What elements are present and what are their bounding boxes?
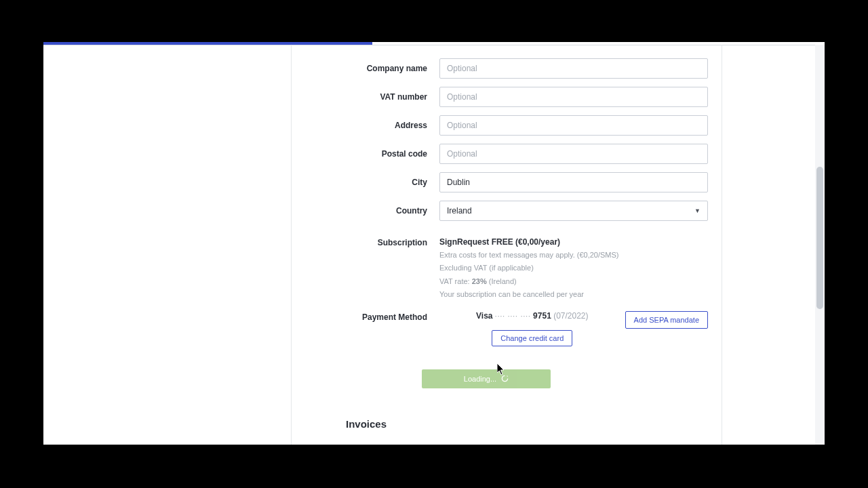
city-label: City [292, 178, 439, 187]
subscription-vat-excl: Excluding VAT (if applicable) [439, 263, 708, 272]
app-viewport: Company name VAT number Address Postal c… [43, 42, 825, 445]
spinner-icon [501, 375, 509, 384]
save-loading-button[interactable]: Loading... [422, 369, 551, 388]
card-masked-icon: ···· ···· ···· [495, 312, 531, 320]
payment-method-row: Payment Method Visa ···· ···· ···· 9751 … [292, 311, 722, 346]
postal-code-input[interactable] [439, 144, 708, 164]
vertical-scrollbar[interactable] [815, 45, 825, 445]
change-credit-card-button[interactable]: Change credit card [492, 330, 572, 346]
vat-number-label: VAT number [292, 92, 439, 102]
subscription-title: SignRequest FREE (€0,00/year) [439, 237, 708, 247]
subscription-label: Subscription [292, 237, 439, 299]
address-input[interactable] [439, 115, 708, 136]
subscription-vat-rate: VAT rate: 23% (Ireland) [439, 277, 708, 286]
card-summary: Visa ···· ···· ···· 9751 (07/2022) [439, 311, 625, 321]
address-row: Address [292, 115, 722, 136]
add-sepa-mandate-button[interactable]: Add SEPA mandate [625, 311, 708, 329]
company-name-row: Company name [292, 58, 722, 79]
vat-number-row: VAT number [292, 87, 722, 107]
city-row: City [292, 172, 722, 192]
country-value: Ireland [447, 206, 472, 216]
city-input[interactable] [439, 172, 708, 192]
vat-rate-suffix: (Ireland) [487, 277, 517, 285]
subscription-cancel-note: Your subscription can be cancelled per y… [439, 289, 708, 299]
card-last4: 9751 [533, 311, 551, 321]
subscription-row: Subscription SignRequest FREE (€0,00/yea… [292, 237, 722, 299]
card-expiry: (07/2022) [553, 311, 588, 321]
company-name-input[interactable] [439, 58, 708, 79]
scrollbar-thumb[interactable] [816, 167, 823, 309]
vat-rate-pct: 23% [472, 277, 487, 285]
payment-method-label: Payment Method [292, 311, 439, 346]
card-brand: Visa [476, 311, 492, 321]
address-label: Address [292, 121, 439, 130]
country-select[interactable]: Ireland ▼ [439, 201, 708, 221]
postal-code-row: Postal code [292, 144, 722, 164]
billing-panel: Company name VAT number Address Postal c… [291, 45, 722, 445]
country-row: Country Ireland ▼ [292, 201, 722, 221]
company-name-label: Company name [292, 64, 439, 73]
subscription-extra-costs: Extra costs for text messages may apply.… [439, 250, 708, 260]
vat-rate-prefix: VAT rate: [439, 277, 472, 285]
postal-code-label: Postal code [292, 149, 439, 159]
vat-number-input[interactable] [439, 87, 708, 107]
loading-label: Loading... [464, 375, 496, 383]
country-label: Country [292, 206, 439, 216]
invoices-heading: Invoices [346, 418, 722, 430]
chevron-down-icon: ▼ [694, 207, 701, 214]
